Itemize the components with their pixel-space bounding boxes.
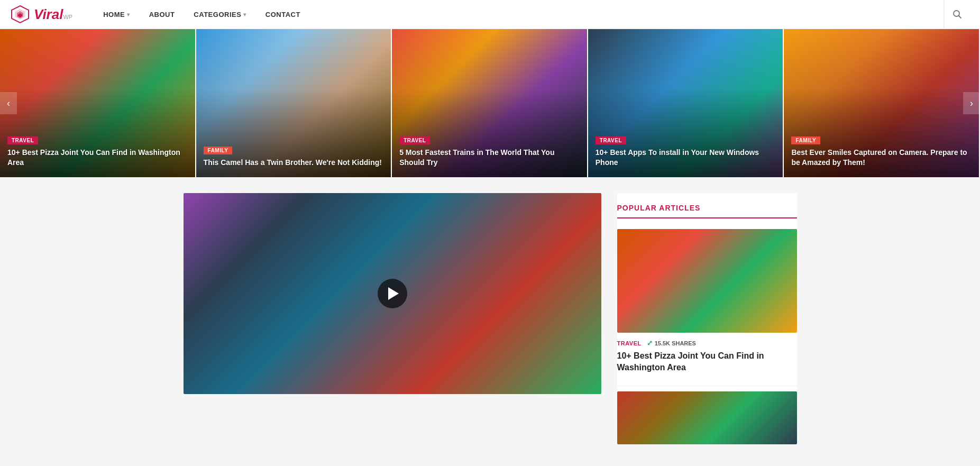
article-tag: TRAVEL <box>617 340 642 346</box>
share-icon: ⤢ <box>647 339 653 347</box>
logo-icon <box>11 5 30 24</box>
logo-text: ViralWP <box>34 6 72 23</box>
site-header: ViralWP HOME ▾ ABOUT CATEGORIES ▾ CONTAC… <box>0 0 980 29</box>
popular-articles-title: POPULAR ARTICLES <box>617 204 797 218</box>
nav-home[interactable]: HOME ▾ <box>94 0 140 29</box>
slide-title: Best Ever Smiles Captured on Camera. Pre… <box>791 148 972 168</box>
nav-about[interactable]: ABOUT <box>140 0 185 29</box>
slide-2[interactable]: FAMILY This Camel Has a Twin Brother. We… <box>196 29 392 177</box>
video-play-button[interactable] <box>378 279 407 308</box>
popular-articles-section: POPULAR ARTICLES TRAVEL ⤢ 15.5K SHARES 1… <box>617 193 797 444</box>
popular-article-card[interactable]: TRAVEL ⤢ 15.5K SHARES 10+ Best Pizza Joi… <box>617 229 797 374</box>
sidebar: POPULAR ARTICLES TRAVEL ⤢ 15.5K SHARES 1… <box>617 193 797 456</box>
slide-tag: TRAVEL <box>399 136 430 144</box>
slide-title: 10+ Best Apps To install in Your New Win… <box>596 148 776 168</box>
slide-content: FAMILY This Camel Has a Twin Brother. We… <box>204 145 384 168</box>
main-content: POPULAR ARTICLES TRAVEL ⤢ 15.5K SHARES 1… <box>173 177 808 466</box>
chevron-down-icon: ▾ <box>127 12 130 17</box>
slide-content: TRAVEL 5 Most Fastest Trains in The Worl… <box>399 135 580 168</box>
play-icon <box>388 287 399 300</box>
slide-title: 10+ Best Pizza Joint You Can Find in Was… <box>7 148 188 168</box>
slide-content: TRAVEL 10+ Best Apps To install in Your … <box>596 135 776 168</box>
svg-line-6 <box>958 16 961 19</box>
chevron-down-icon: ▾ <box>243 12 246 17</box>
slide-5[interactable]: FAMILY Best Ever Smiles Captured on Came… <box>784 29 980 177</box>
slider-prev-button[interactable]: ‹ <box>0 92 17 114</box>
popular-article-card[interactable] <box>617 391 797 444</box>
slide-tag: FAMILY <box>791 136 820 144</box>
search-button[interactable] <box>944 0 969 29</box>
search-icon <box>952 10 962 19</box>
article-feed <box>184 193 601 456</box>
featured-article-image[interactable] <box>184 193 601 394</box>
shares-badge: ⤢ 15.5K SHARES <box>647 339 696 347</box>
popular-article-image <box>617 391 797 444</box>
slide-tag: TRAVEL <box>7 136 38 144</box>
main-nav: HOME ▾ ABOUT CATEGORIES ▾ CONTACT <box>94 0 944 29</box>
divider <box>617 386 797 386</box>
popular-article-image <box>617 229 797 333</box>
slide-content: FAMILY Best Ever Smiles Captured on Came… <box>791 135 972 168</box>
slide-tag: TRAVEL <box>596 136 626 144</box>
slide-title: 5 Most Fastest Trains in The World That … <box>399 148 580 168</box>
slide-3[interactable]: TRAVEL 5 Most Fastest Trains in The Worl… <box>392 29 588 177</box>
slide-content: TRAVEL 10+ Best Pizza Joint You Can Find… <box>7 135 188 168</box>
slide-title: This Camel Has a Twin Brother. We're Not… <box>204 158 384 168</box>
slide-tag: FAMILY <box>204 147 233 154</box>
hero-slider: ‹ TRAVEL 10+ Best Pizza Joint You Can Fi… <box>0 29 980 177</box>
nav-categories[interactable]: CATEGORIES ▾ <box>184 0 256 29</box>
article-meta: TRAVEL ⤢ 15.5K SHARES <box>617 339 797 347</box>
logo[interactable]: ViralWP <box>11 5 72 24</box>
slide-1[interactable]: TRAVEL 10+ Best Pizza Joint You Can Find… <box>0 29 196 177</box>
article-title[interactable]: 10+ Best Pizza Joint You Can Find in Was… <box>617 350 797 374</box>
nav-contact[interactable]: CONTACT <box>256 0 310 29</box>
popular-articles-header: POPULAR ARTICLES <box>617 193 797 218</box>
slider-next-button[interactable]: › <box>963 92 980 114</box>
slide-4[interactable]: TRAVEL 10+ Best Apps To install in Your … <box>588 29 784 177</box>
